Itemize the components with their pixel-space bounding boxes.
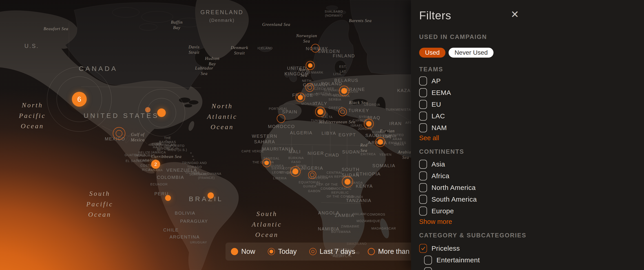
checkbox[interactable] xyxy=(419,244,427,253)
section-category-subcategories: CATEGORY & SUBCATEGORIES xyxy=(419,232,644,239)
map-label: U.S. xyxy=(24,43,39,50)
checkbox-row: LAC xyxy=(419,110,644,122)
checkbox-label: Entertainment xyxy=(436,256,480,264)
map-label: UNITED KINGDOM xyxy=(284,65,309,77)
checkbox[interactable] xyxy=(419,183,427,192)
legend-item: Today xyxy=(268,247,297,256)
map-label: BOTSWANA xyxy=(331,230,351,234)
panel-title: Filters xyxy=(419,9,644,22)
see-all-link[interactable]: See all xyxy=(419,134,439,142)
map-label: HUNGARY xyxy=(322,93,340,97)
map-label: AFGH xyxy=(406,121,411,125)
map-label: ARGENTINA xyxy=(170,234,200,240)
map-label: EST. xyxy=(339,65,347,69)
marker-count: 2 xyxy=(154,162,157,167)
map-label: (Denmark) xyxy=(209,18,234,23)
map-label: North Atlantic Ocean xyxy=(207,101,238,132)
checkbox-label: EEMA xyxy=(432,89,451,96)
continents-list: AsiaAfricaNorth AmericaSouth AmericaEuro… xyxy=(419,158,644,217)
teams-list: APEEMAEULACNAM xyxy=(419,75,644,134)
map-label: ALGERIA xyxy=(290,130,313,136)
marker-dot xyxy=(165,195,171,201)
map-label: ETHIOPIA xyxy=(356,171,380,177)
map-label: OMAN xyxy=(394,143,404,147)
legend-label: Last 7 days xyxy=(320,247,355,256)
checkbox[interactable] xyxy=(424,256,432,264)
map-label: PANAMA xyxy=(148,168,163,172)
used-filter-pill[interactable]: Used xyxy=(419,48,446,58)
map-label: Baffin Bay xyxy=(171,20,182,30)
marker-dot xyxy=(208,192,214,199)
more7-marker-icon xyxy=(368,248,375,255)
map-legend: NowTodayLast 7 daysMore than 7 days ago xyxy=(226,242,411,260)
map-label: ZAMBIA xyxy=(335,213,354,218)
checkbox-row: Asia xyxy=(419,158,644,170)
map-label: South Atlantic Ocean xyxy=(252,209,282,240)
map-label: MADAGASCAR xyxy=(371,227,396,231)
checkbox-label: North America xyxy=(432,184,476,191)
marker-ring xyxy=(277,114,285,123)
checkbox[interactable] xyxy=(419,100,427,109)
section-teams: TEAMS xyxy=(419,66,644,73)
map-label: TANZANIA xyxy=(346,198,371,203)
marker-dot xyxy=(366,121,372,126)
checkbox[interactable] xyxy=(419,88,427,97)
map-label: PUERTO RICO (U.S.) xyxy=(168,144,187,152)
legend-item: More than 7 days ago xyxy=(368,247,411,256)
checkbox[interactable] xyxy=(424,267,432,270)
checkbox-row: Africa xyxy=(419,170,644,182)
checkbox-row: South America xyxy=(419,194,644,205)
filters-panel: Filters ✕ USED IN CAMPAIGN UsedNever Use… xyxy=(411,0,644,270)
map-label: Greenland Sea xyxy=(262,22,290,27)
map-label: NETH. xyxy=(302,79,313,83)
map-label: ZIMBABWE xyxy=(341,225,360,229)
marker-dot xyxy=(308,63,312,68)
checkbox[interactable] xyxy=(419,123,427,132)
map-label: Red Sea xyxy=(360,143,368,153)
checkbox[interactable] xyxy=(419,195,427,204)
map-label: ECUADOR xyxy=(150,183,168,187)
checkbox-label: Africa xyxy=(432,172,450,180)
close-icon[interactable]: ✕ xyxy=(508,8,521,21)
checkbox-label: EU xyxy=(432,101,441,108)
map-label: ICELAND xyxy=(258,46,273,50)
map-label: TURKMENISTAN xyxy=(386,108,411,112)
now-marker-icon xyxy=(231,248,238,255)
checkbox[interactable] xyxy=(419,112,427,121)
map-label: COLOMBIA xyxy=(157,175,184,180)
marker-inner-ring xyxy=(310,173,314,177)
map-label: GEORGIA xyxy=(364,103,380,107)
last7-marker-icon xyxy=(309,248,316,255)
map-label: PARAGUAY xyxy=(180,218,208,224)
map-label: MOROCCO xyxy=(268,124,295,129)
map-label: EGYPT xyxy=(338,132,356,138)
map-label: FRENCH GUYANA (FRANCE) xyxy=(192,172,221,180)
marker-inner-ring xyxy=(308,85,312,90)
map-label: SWITZ. xyxy=(307,93,319,97)
map-label: MOZAMBIQUE xyxy=(356,219,380,223)
marker-inner-ring xyxy=(116,130,122,137)
world-map[interactable]: GREENLAND(Denmark)SVALBARD (NORWAY)U.S.C… xyxy=(0,0,411,270)
checkbox-row: North America xyxy=(419,182,644,194)
checkbox[interactable] xyxy=(419,207,427,216)
section-continents: CONTINENTS xyxy=(419,148,644,155)
show-more-link[interactable]: Show more xyxy=(419,218,452,225)
used-filter-pill[interactable]: Never Used xyxy=(448,48,494,58)
map-label: South Pacific Ocean xyxy=(86,188,113,220)
checkbox-row: Entertainment xyxy=(419,254,644,266)
map-label: CHILE xyxy=(163,227,179,233)
map-label: NIGERIA xyxy=(302,165,323,171)
checkbox-row: NAM xyxy=(419,122,644,134)
checkbox-label: LAC xyxy=(432,112,445,120)
marker-dot xyxy=(341,88,347,94)
checkbox[interactable] xyxy=(419,160,427,169)
map-label: URUGUAY xyxy=(190,240,207,244)
map-label: MALAWI xyxy=(353,212,367,216)
map-label: Davis Strait xyxy=(188,44,200,55)
checkbox[interactable] xyxy=(419,172,427,180)
checkbox-label: South America xyxy=(432,196,477,203)
checkbox[interactable] xyxy=(419,76,427,85)
checkbox-label: AP xyxy=(432,77,441,85)
marker-dot xyxy=(157,108,166,117)
marker-inner-ring xyxy=(340,109,345,114)
